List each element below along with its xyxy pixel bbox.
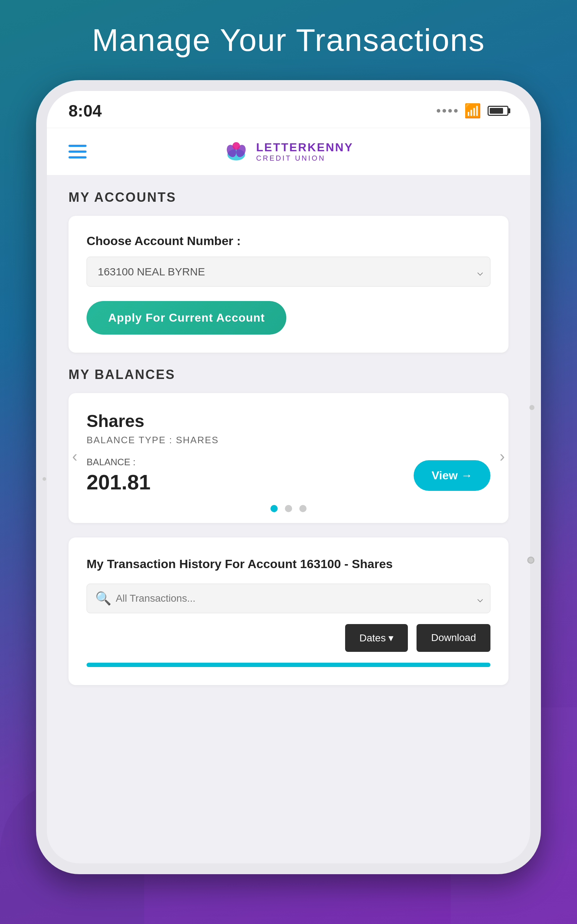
svg-point-3 bbox=[233, 142, 240, 150]
signal-dots-icon bbox=[437, 109, 458, 113]
balance-title: Shares bbox=[87, 411, 490, 431]
status-icons: 📶 bbox=[437, 103, 508, 119]
carousel-dots bbox=[87, 505, 490, 512]
account-number-select[interactable]: 163100 NEAL BYRNE bbox=[87, 257, 490, 287]
my-accounts-section-header: MY ACCOUNTS bbox=[69, 190, 508, 205]
download-button[interactable]: Download bbox=[416, 624, 490, 652]
logo-subtitle: CREDIT UNION bbox=[256, 154, 353, 162]
balance-prev-button[interactable]: ‹ bbox=[72, 447, 77, 465]
view-balance-button[interactable]: View → bbox=[414, 460, 490, 491]
balance-type-label: BALANCE TYPE : SHARES bbox=[87, 435, 490, 446]
search-dropdown-chevron-icon: ⌵ bbox=[477, 592, 483, 604]
hamburger-line bbox=[69, 156, 87, 158]
logo-icon bbox=[224, 139, 249, 164]
my-balances-card: ‹ › Shares BALANCE TYPE : SHARES BALANCE… bbox=[69, 393, 508, 523]
dates-filter-button[interactable]: Dates ▾ bbox=[345, 624, 408, 652]
balance-next-button[interactable]: › bbox=[500, 447, 505, 465]
transaction-search-wrapper: 🔍 ⌵ bbox=[87, 584, 490, 613]
hamburger-menu-button[interactable] bbox=[69, 145, 87, 158]
my-balances-section-header: MY BALANCES bbox=[69, 367, 508, 382]
search-icon: 🔍 bbox=[95, 591, 111, 606]
apply-for-current-account-button[interactable]: Apply For Current Account bbox=[87, 301, 286, 334]
transaction-history-title: My Transaction History For Account 16310… bbox=[87, 556, 490, 573]
balance-amount: 201.81 bbox=[87, 470, 150, 494]
transaction-action-row: Dates ▾ Download bbox=[87, 624, 490, 652]
transaction-search-input[interactable] bbox=[87, 584, 490, 613]
balance-row: BALANCE : 201.81 View → bbox=[87, 457, 490, 494]
balance-amount-section: BALANCE : 201.81 bbox=[87, 457, 150, 494]
status-time: 8:04 bbox=[69, 101, 102, 121]
account-select-wrapper: 163100 NEAL BYRNE ⌵ bbox=[87, 257, 490, 287]
battery-icon bbox=[488, 106, 508, 116]
hamburger-line bbox=[69, 145, 87, 147]
status-bar: 8:04 📶 bbox=[47, 91, 530, 128]
carousel-dot-3[interactable] bbox=[299, 505, 306, 512]
nav-bar: LETTERKENNY CREDIT UNION bbox=[47, 128, 530, 175]
page-title: Manage Your Transactions bbox=[92, 22, 485, 58]
wifi-icon: 📶 bbox=[464, 103, 481, 119]
camera-right-top bbox=[529, 405, 534, 410]
tablet-frame: 8:04 📶 bbox=[36, 80, 541, 874]
logo-name: LETTERKENNY bbox=[256, 141, 353, 154]
logo-text: LETTERKENNY CREDIT UNION bbox=[256, 141, 353, 162]
main-content: MY ACCOUNTS Choose Account Number : 1631… bbox=[47, 175, 530, 863]
logo: LETTERKENNY CREDIT UNION bbox=[224, 139, 353, 164]
choose-account-label: Choose Account Number : bbox=[87, 234, 490, 248]
screen: 8:04 📶 bbox=[47, 91, 530, 863]
hamburger-line bbox=[69, 150, 87, 153]
carousel-dot-2[interactable] bbox=[285, 505, 292, 512]
carousel-dot-1[interactable] bbox=[271, 505, 278, 512]
transaction-history-card: My Transaction History For Account 16310… bbox=[69, 538, 508, 685]
balance-label: BALANCE : bbox=[87, 457, 150, 468]
my-accounts-card: Choose Account Number : 163100 NEAL BYRN… bbox=[69, 216, 508, 353]
camera-left bbox=[43, 477, 46, 481]
camera-right-bottom bbox=[527, 557, 534, 564]
transaction-progress-bar bbox=[87, 663, 490, 667]
